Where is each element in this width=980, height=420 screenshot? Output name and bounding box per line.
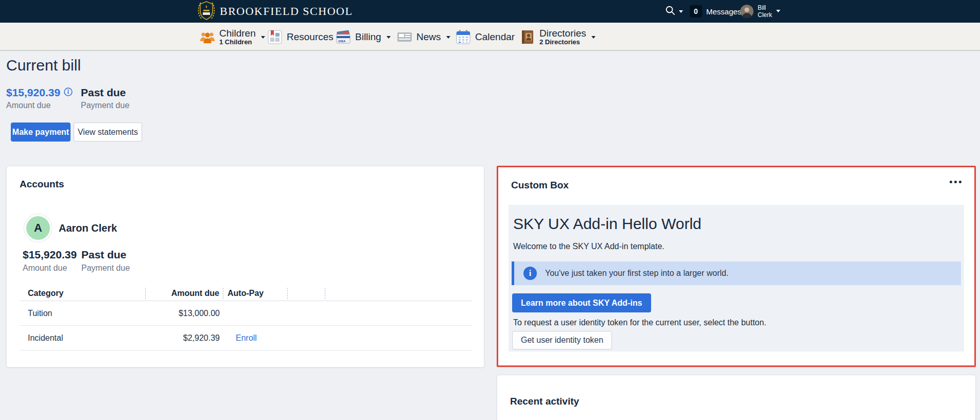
news-icon (397, 29, 412, 45)
charges-table: Category Amount due Auto-Pay Tuition $13… (20, 286, 472, 351)
amount-due-label: Amount due (6, 101, 50, 110)
info-alert: i You've just taken your first step into… (512, 261, 961, 285)
user-last-name: Clerk (758, 11, 772, 19)
user-first-name: Bill (758, 4, 772, 11)
account-holder-name: Aaron Clerk (59, 222, 117, 234)
get-token-button[interactable]: Get user identity token (512, 331, 612, 349)
nav-sub-directories: 2 Directories (539, 39, 586, 45)
billing-icon: VISA (336, 29, 351, 45)
view-statements-button[interactable]: View statements (74, 122, 142, 142)
recent-activity-card: Recent activity (497, 375, 976, 420)
enroll-link[interactable]: Enroll (227, 334, 257, 342)
nav-label-children: Children (219, 28, 256, 39)
table-row: Incidental $2,920.39 Enroll (20, 326, 472, 351)
nav-label-billing: Billing (355, 32, 381, 42)
user-menu-caret-icon[interactable] (776, 10, 780, 12)
column-header-auto-pay: Auto-Pay (223, 288, 288, 299)
column-header-amount-due: Amount due (146, 288, 223, 299)
addin-welcome-text: Welcome to the SKY UX Add-in template. (513, 242, 664, 251)
payment-status: Past due (81, 86, 126, 99)
context-menu-button[interactable] (950, 181, 961, 183)
search-caret-icon (679, 10, 683, 13)
nav-item-directories[interactable]: Directories 2 Directories (520, 23, 596, 51)
nav-item-calendar[interactable]: Calendar (456, 23, 515, 51)
payment-due-label: Payment due (81, 101, 129, 110)
info-icon[interactable] (64, 86, 73, 99)
chevron-down-icon (591, 36, 596, 39)
learn-more-button[interactable]: Learn more about SKY Add-ins (512, 293, 651, 312)
children-icon (200, 29, 215, 45)
resources-icon (267, 29, 283, 45)
nav-label-calendar: Calendar (475, 32, 515, 42)
addin-panel: SKY UX Add-in Hello World Welcome to the… (509, 205, 964, 352)
column-header-blank (288, 288, 325, 299)
table-header-row: Category Amount due Auto-Pay (20, 286, 472, 301)
school-crest-icon (197, 0, 216, 23)
user-avatar[interactable] (740, 5, 754, 18)
chevron-down-icon (261, 36, 265, 39)
table-row: Tuition $13,000.00 (20, 301, 472, 326)
school-logo[interactable]: BROOKFIELD SCHOOL (197, 0, 353, 23)
amount-due-value: $15,920.39 (6, 86, 60, 99)
custom-box-title: Custom Box (511, 180, 569, 191)
user-menu[interactable]: Bill Clerk (758, 4, 772, 19)
account-status: Past due (81, 249, 127, 261)
messages-link[interactable]: Messages (706, 7, 741, 16)
info-alert-text: You've just taken your first step into a… (545, 269, 728, 278)
nav-label-resources: Resources (287, 32, 334, 42)
custom-box-card: Custom Box SKY UX Add-in Hello World Wel… (497, 166, 976, 367)
nav-label-directories: Directories (539, 28, 586, 39)
messages-count-badge: 0 (690, 5, 702, 18)
row-amount: $13,000.00 (146, 309, 223, 318)
search-icon (665, 5, 676, 18)
topbar: BROOKFIELD SCHOOL 0 Messages Bill Clerk (0, 0, 980, 23)
chevron-down-icon (446, 36, 450, 39)
search-button[interactable] (665, 6, 682, 17)
row-category: Incidental (20, 334, 146, 343)
make-payment-button[interactable]: Make payment (11, 122, 71, 142)
main-navigation: Children 1 Children Resources (0, 23, 980, 51)
accounts-title: Accounts (20, 179, 64, 190)
addin-heading: SKY UX Add-in Hello World (513, 215, 702, 233)
column-header-category: Category (20, 288, 146, 299)
account-status-label: Payment due (81, 264, 130, 273)
row-category: Tuition (20, 309, 146, 318)
account-amount-label: Amount due (23, 264, 67, 273)
nav-label-news: News (416, 32, 441, 42)
info-circle-icon: i (523, 267, 537, 280)
directories-icon (520, 29, 535, 45)
page-title: Current bill (6, 57, 81, 74)
account-amount-due: $15,920.39 (23, 249, 77, 261)
chevron-down-icon (387, 36, 391, 39)
nav-item-resources[interactable]: Resources (267, 23, 334, 51)
row-amount: $2,920.39 (146, 334, 223, 343)
recent-activity-title: Recent activity (510, 396, 579, 407)
calendar-icon (456, 29, 471, 45)
nav-sub-children: 1 Children (219, 39, 256, 45)
school-portal-screen: BROOKFIELD SCHOOL 0 Messages Bill Clerk (0, 0, 980, 420)
school-name: BROOKFIELD SCHOOL (220, 5, 353, 18)
nav-item-billing[interactable]: VISA Billing (336, 23, 391, 51)
accounts-card: Accounts A Aaron Clerk $15,920.39 Past d… (6, 166, 484, 367)
svg-text:VISA: VISA (338, 40, 345, 43)
current-bill-amount: $15,920.39 (6, 86, 73, 99)
row-action: Enroll (223, 334, 288, 343)
nav-item-news[interactable]: News (397, 23, 450, 51)
avatar: A (24, 214, 52, 242)
nav-item-children[interactable]: Children 1 Children (200, 23, 265, 51)
token-instruction-text: To request a user identity token for the… (513, 318, 766, 327)
